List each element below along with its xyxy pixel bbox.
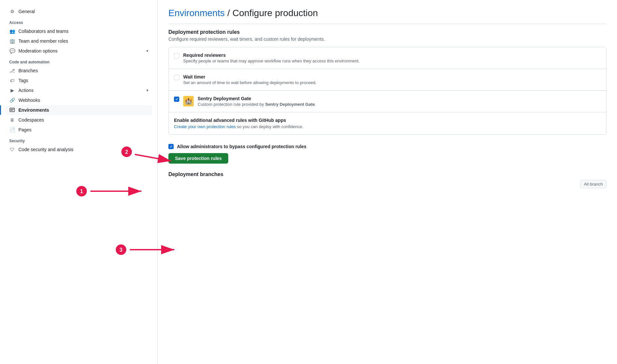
environments-icon: [9, 107, 15, 113]
deployment-branches-title: Deployment branches: [168, 171, 606, 177]
main-content: Environments / Configure production Depl…: [158, 0, 617, 364]
sidebar-item-webhooks[interactable]: 🔗 Webhooks: [5, 95, 152, 105]
allow-admin-row: Allow administrators to bypass configure…: [168, 140, 606, 153]
all-branch-badge: All branch: [580, 180, 606, 188]
breadcrumb-separator: / Configure production: [227, 8, 318, 18]
chevron-down-actions-icon: ▾: [146, 88, 148, 93]
sidebar-team-roles-label: Team and member roles: [18, 38, 68, 44]
sentry-desc-prefix: Custom protection rule provided by: [198, 102, 265, 107]
sidebar-item-branches[interactable]: ⎇ Branches: [5, 66, 152, 76]
page-title: Environments / Configure production: [168, 8, 606, 18]
branch-icon: ⎇: [9, 68, 15, 74]
sidebar-item-team-roles[interactable]: 🏢 Team and member roles: [5, 36, 152, 46]
svg-rect-0: [10, 108, 14, 112]
sidebar-code-security-label: Code security and analysis: [18, 147, 73, 152]
sidebar-codespaces-label: Codespaces: [18, 117, 44, 123]
wait-timer-checkbox[interactable]: [174, 75, 179, 80]
sidebar-actions-label: Actions: [18, 88, 34, 93]
advanced-rules-desc: Create your own protection rules so you …: [174, 124, 601, 129]
sidebar-item-tags[interactable]: 🏷 Tags: [5, 76, 152, 85]
sidebar-tags-label: Tags: [18, 78, 28, 83]
sidebar-general-label: General: [18, 9, 35, 14]
sidebar-item-environments[interactable]: Environments: [5, 105, 152, 115]
moderation-icon: 💬: [9, 48, 15, 54]
sidebar-item-codespaces[interactable]: 🖥 Codespaces: [5, 115, 152, 125]
create-protection-rules-link[interactable]: Create your own protection rules: [174, 124, 236, 129]
sidebar-branches-label: Branches: [18, 68, 38, 73]
sidebar-item-collaborators[interactable]: 👥 Collaborators and teams: [5, 26, 152, 36]
wait-timer-text: Wait timer Set an amount of time to wait…: [183, 74, 601, 85]
required-reviewers-text: Required reviewers Specify people or tea…: [183, 53, 601, 63]
required-reviewers-desc: Specify people or teams that may approve…: [183, 58, 601, 63]
gear-icon: ⚙: [9, 9, 15, 14]
team-icon: 🏢: [9, 38, 15, 44]
wait-timer-desc: Set an amount of time to wait before all…: [183, 80, 601, 85]
sentry-desc-suffix: .: [315, 102, 316, 107]
required-reviewers-title: Required reviewers: [183, 53, 601, 58]
sidebar-item-pages[interactable]: 📄 Pages: [5, 125, 152, 135]
sidebar-item-actions[interactable]: ▶ Actions ▾: [5, 85, 152, 95]
advanced-rules-section: Enable additional advanced rules with Gi…: [169, 112, 606, 134]
wait-timer-title: Wait timer: [183, 74, 601, 80]
deployment-protection-title: Deployment protection rules: [168, 29, 606, 35]
page-header: Environments / Configure production: [168, 8, 606, 24]
people-icon: 👥: [9, 28, 15, 34]
advanced-rules-title: Enable additional advanced rules with Gi…: [174, 118, 601, 123]
sidebar-item-code-security[interactable]: 🛡 Code security and analysis: [5, 145, 152, 154]
play-icon: ▶: [9, 87, 15, 93]
access-section-label: Access: [5, 16, 152, 26]
allow-admin-label: Allow administrators to bypass configure…: [177, 144, 307, 149]
code-automation-label: Code and automation: [5, 56, 152, 66]
advanced-rules-suffix: so you can deploy with confidence.: [236, 124, 303, 129]
sentry-checkbox[interactable]: [174, 97, 179, 102]
svg-rect-1: [11, 109, 14, 110]
shield-icon: 🛡: [9, 147, 15, 152]
wait-timer-row: Wait timer Set an amount of time to wait…: [169, 69, 606, 91]
sidebar-webhooks-label: Webhooks: [18, 98, 40, 103]
protection-rules-card: Required reviewers Specify people or tea…: [168, 47, 606, 135]
sidebar-moderation-label: Moderation options: [18, 48, 58, 54]
sentry-title: Sentry Deployment Gate: [198, 96, 601, 101]
sentry-row: 🏰 Sentry Deployment Gate Custom protecti…: [169, 91, 606, 112]
sidebar-item-general[interactable]: ⚙ General: [5, 7, 152, 16]
sentry-app-icon: 🏰: [183, 96, 194, 106]
sidebar-item-moderation[interactable]: 💬 Moderation options ▾: [5, 46, 152, 56]
required-reviewers-checkbox[interactable]: [174, 53, 179, 58]
sentry-desc-link: Sentry Deployment Gate: [265, 102, 315, 107]
page-wrapper: ⚙ General Access 👥 Collaborators and tea…: [0, 0, 617, 364]
sidebar-collaborators-label: Collaborators and teams: [18, 29, 69, 34]
save-protection-rules-button[interactable]: Save protection rules: [168, 153, 228, 164]
tag-icon: 🏷: [9, 78, 15, 83]
security-section-label: Security: [5, 135, 152, 145]
svg-rect-2: [11, 110, 13, 111]
sentry-desc: Custom protection rule provided by Sentr…: [198, 102, 601, 107]
sentry-text: Sentry Deployment Gate Custom protection…: [198, 96, 601, 107]
pages-icon: 📄: [9, 127, 15, 133]
sidebar-environments-label: Environments: [18, 107, 49, 113]
required-reviewers-row: Required reviewers Specify people or tea…: [169, 47, 606, 69]
webhook-icon: 🔗: [9, 97, 15, 103]
sidebar: ⚙ General Access 👥 Collaborators and tea…: [0, 0, 158, 364]
codespaces-icon: 🖥: [9, 117, 15, 123]
chevron-down-icon: ▾: [146, 49, 148, 53]
deployment-protection-desc: Configure required reviewers, wait timer…: [168, 36, 606, 42]
breadcrumb-link[interactable]: Environments: [168, 8, 225, 18]
allow-admin-checkbox[interactable]: [168, 144, 174, 149]
sidebar-pages-label: Pages: [18, 127, 32, 132]
